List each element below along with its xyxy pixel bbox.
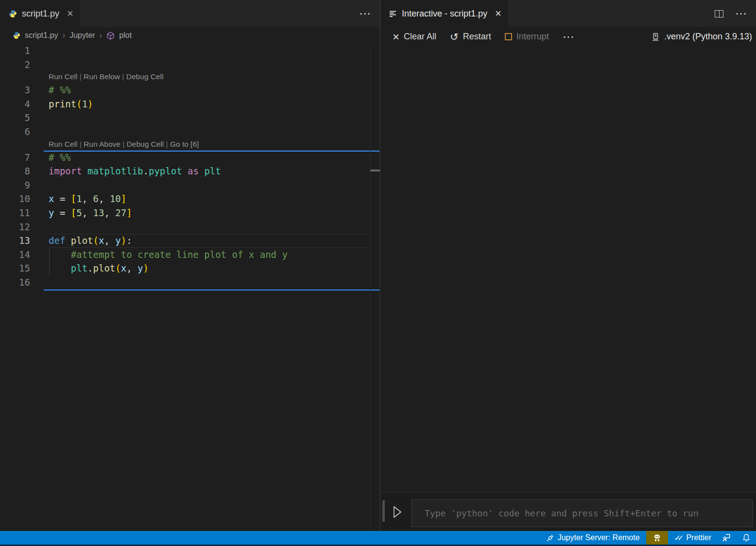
- code-line: 3# %%: [0, 83, 380, 97]
- code-token: [: [71, 193, 76, 204]
- code-text[interactable]: plt.plot(x, y): [49, 261, 149, 275]
- cell-border-bottom: [44, 290, 379, 290]
- more-actions-icon[interactable]: ⋯: [359, 7, 371, 20]
- tabbar-right: Interactive - script1.py × ⋯: [380, 0, 756, 27]
- code-token: ,: [82, 193, 93, 204]
- code-text[interactable]: # %%: [49, 83, 71, 97]
- feedback-button[interactable]: [717, 531, 737, 545]
- code-token: ,: [82, 207, 93, 218]
- jupyter-server-status[interactable]: Jupyter Server: Remote: [541, 531, 645, 545]
- breadcrumb: script1.py › Jupyter › plot: [0, 27, 380, 44]
- line-number: 4: [0, 97, 49, 111]
- line-number: 5: [0, 111, 49, 125]
- code-token: ]: [126, 207, 132, 218]
- overview-ruler: [370, 44, 371, 531]
- kernel-label: .venv2 (Python 3.9.13): [664, 32, 752, 42]
- codelens-link[interactable]: Debug Cell: [126, 72, 164, 81]
- codelens-separator: |: [120, 140, 127, 148]
- code-token: import: [49, 166, 82, 176]
- kernel-picker[interactable]: .venv2 (Python 3.9.13): [651, 32, 752, 42]
- editor-group-left: script1.py × ⋯ script1.py › Jupyter › pl…: [0, 0, 380, 531]
- code-text[interactable]: y = [5, 13, 27]: [49, 206, 132, 220]
- interactive-input-area: Type 'python' code here and press Shift+…: [380, 492, 756, 530]
- interactive-history[interactable]: [380, 46, 756, 492]
- code-text[interactable]: # %%: [49, 151, 71, 165]
- code-token: pyplot: [149, 166, 182, 176]
- line-number: 15: [0, 261, 49, 275]
- codelens-link[interactable]: Go to [6]: [170, 140, 199, 148]
- copilot-status[interactable]: [646, 531, 668, 545]
- code-line: 8import matplotlib.pyplot as plt: [0, 164, 380, 178]
- code-text[interactable]: x = [1, 6, 10]: [49, 192, 126, 206]
- more-actions-icon[interactable]: ⋯: [735, 7, 747, 20]
- split-editor-icon[interactable]: [715, 10, 723, 17]
- code-token: .: [143, 166, 148, 176]
- prettier-label: Prettier: [686, 533, 711, 542]
- notifications-button[interactable]: [737, 531, 756, 545]
- line-number: 6: [0, 125, 49, 139]
- codelens-row: Run Cell | Run Below | Debug Cell: [0, 71, 380, 83]
- code-token: print: [49, 99, 76, 109]
- code-input[interactable]: Type 'python' code here and press Shift+…: [412, 499, 753, 527]
- tab-interactive[interactable]: Interactive - script1.py ×: [380, 0, 508, 27]
- line-number: 7: [0, 151, 49, 165]
- codelens-link[interactable]: Run Below: [84, 72, 120, 81]
- scrollbar-thumb[interactable]: [382, 500, 385, 522]
- line-number: 14: [0, 248, 49, 262]
- codelens-link[interactable]: Run Cell: [49, 72, 77, 81]
- line-number: 9: [0, 178, 49, 192]
- code-line: 15 plt.plot(x, y): [0, 261, 380, 275]
- close-icon[interactable]: ×: [67, 7, 73, 20]
- editor-actions-left: ⋯: [359, 0, 371, 27]
- line-number: 11: [0, 206, 49, 220]
- code-token: [199, 166, 204, 176]
- code-token: =: [54, 207, 70, 218]
- line-number: 16: [0, 275, 49, 290]
- code-token: # %%: [49, 152, 71, 163]
- code-text[interactable]: import matplotlib.pyplot as plt: [49, 164, 221, 178]
- code-editor[interactable]: 12Run Cell | Run Below | Debug Cell3# %%…: [0, 44, 380, 531]
- clear-all-button[interactable]: × Clear All: [388, 32, 441, 42]
- code-token: ,: [104, 207, 115, 218]
- breadcrumb-section[interactable]: Jupyter: [69, 31, 95, 40]
- line-number: 12: [0, 220, 49, 234]
- codelens-link[interactable]: Run Above: [84, 140, 120, 148]
- code-token: [182, 166, 188, 176]
- toolbar-more-button[interactable]: ⋯: [558, 30, 579, 44]
- code-token: [49, 249, 71, 260]
- indent-guide: [49, 248, 50, 275]
- line-number: 10: [0, 192, 49, 206]
- restart-button[interactable]: ↺ Restart: [446, 31, 496, 43]
- more-actions-icon: ⋯: [563, 30, 575, 44]
- code-text[interactable]: #attempt to create line plot of x and y: [49, 248, 288, 262]
- code-token: ,: [99, 193, 110, 204]
- input-placeholder: Type 'python' code here and press Shift+…: [425, 508, 699, 518]
- status-bar: Jupyter Server: Remote ✓✓ Prettier: [0, 531, 756, 545]
- codelens-link[interactable]: Run Cell: [49, 140, 77, 148]
- codelens-separator: |: [120, 72, 126, 81]
- breadcrumb-file[interactable]: script1.py: [25, 31, 58, 40]
- line-number: 8: [0, 164, 49, 178]
- code-token: x: [121, 263, 126, 273]
- tab-label: script1.py: [22, 9, 59, 19]
- interrupt-button[interactable]: Interrupt: [500, 32, 553, 42]
- editor-actions-right: ⋯: [715, 0, 747, 27]
- code-line: 6: [0, 125, 380, 139]
- interrupt-icon: [505, 33, 512, 40]
- run-code-icon[interactable]: [392, 506, 403, 518]
- tab-label: Interactive - script1.py: [402, 9, 487, 19]
- tab-script1[interactable]: script1.py ×: [0, 0, 80, 27]
- line-number: 2: [0, 58, 49, 72]
- codelens-link[interactable]: Debug Cell: [127, 140, 164, 148]
- code-token: #attempt to create line plot of x and y: [71, 249, 288, 260]
- breadcrumb-symbol[interactable]: plot: [119, 31, 132, 40]
- code-token: 6: [93, 193, 99, 204]
- code-line: 2: [0, 58, 380, 72]
- code-text[interactable]: print(1): [49, 97, 93, 111]
- close-icon[interactable]: ×: [495, 7, 501, 20]
- code-token: ): [87, 99, 93, 109]
- code-token: ]: [121, 193, 126, 204]
- prettier-status[interactable]: ✓✓ Prettier: [669, 531, 717, 545]
- overview-ruler-marker: [370, 170, 380, 171]
- bell-icon: [742, 533, 751, 542]
